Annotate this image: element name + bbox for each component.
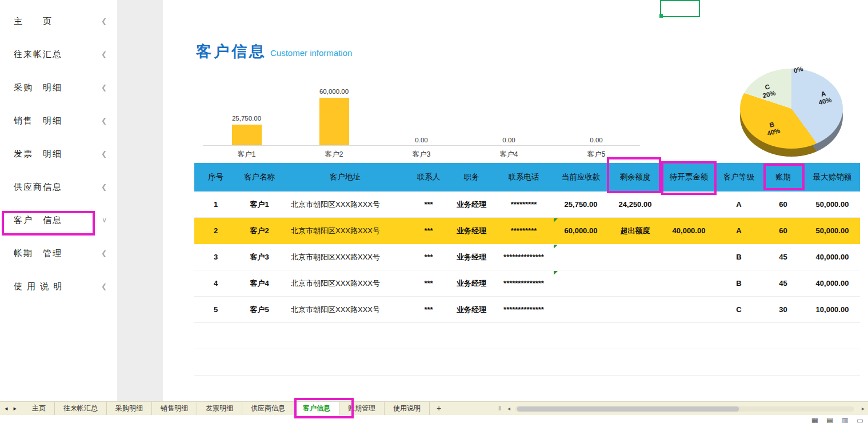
table-cell[interactable]: 50,000.00 [805,218,860,244]
table-cell[interactable]: 45 [762,270,805,296]
table-cell[interactable]: 40,000.00 [805,244,860,270]
table-cell[interactable]: 客户1 [237,191,282,217]
table-cell[interactable]: C [716,297,762,322]
sheet-tab-1[interactable]: 主页 [23,402,55,415]
sidebar-item-5[interactable]: 发票 明细❮ [0,137,117,170]
table-cell[interactable]: 业务经理 [449,218,494,244]
table-cell[interactable]: 3 [194,244,237,270]
sidebar-item-3[interactable]: 采购 明细❮ [0,71,117,104]
sidebar-item-7[interactable]: 客户 信息∨ [0,203,117,237]
column-header[interactable]: 最大赊销额 [805,163,860,191]
table-cell[interactable]: *** [409,270,449,296]
table-cell[interactable]: *** [409,191,449,217]
table-cell[interactable]: 60 [762,191,805,217]
table-cell[interactable]: B [716,270,762,296]
table-cell[interactable] [553,297,609,322]
table-cell[interactable] [609,270,662,296]
table-cell[interactable] [553,244,609,270]
sheet-tab-4[interactable]: 销售明细 [152,402,197,415]
table-cell[interactable]: 北京市朝阳区XXX路XXX号 [282,270,409,296]
table-cell[interactable]: 客户5 [237,297,282,322]
scroll-right-icon[interactable]: ▸ [862,405,865,412]
table-cell[interactable]: B [716,244,762,270]
sidebar-item-1[interactable]: 主 页❮ [0,5,117,38]
add-sheet-button[interactable]: + [430,402,448,415]
column-header[interactable]: 当前应收款 [553,163,609,191]
sheet-tab-9[interactable]: 使用说明 [385,402,430,415]
table-cell[interactable]: 5 [194,297,237,322]
horizontal-scrollbar-thumb[interactable] [517,406,739,412]
table-cell[interactable]: 40,000.00 [662,218,716,244]
table-cell[interactable] [662,297,716,322]
table-cell[interactable]: 4 [194,270,237,296]
table-cell[interactable] [609,244,662,270]
sheet-tab-8[interactable]: 账期管理 [339,402,385,415]
table-cell[interactable]: 60,000.00 [553,218,609,244]
table-cell[interactable]: 客户3 [237,244,282,270]
table-cell[interactable]: ************** [494,270,553,296]
table-cell[interactable]: 45 [762,244,805,270]
table-cell[interactable]: 25,750.00 [553,191,609,217]
column-header[interactable]: 客户等级 [716,163,762,191]
sheet-tab-3[interactable]: 采购明细 [107,402,152,415]
horizontal-scrollbar[interactable] [515,406,854,412]
column-header[interactable]: 客户名称 [237,163,282,191]
sidebar-item-2[interactable]: 往来帐汇总❮ [0,38,117,71]
table-cell[interactable]: 北京市朝阳区XXX路XXX号 [282,218,409,244]
table-cell[interactable]: 客户2 [237,218,282,244]
table-cell[interactable]: 北京市朝阳区XXX路XXX号 [282,244,409,270]
table-cell[interactable] [662,191,716,217]
column-header[interactable]: 账期 [762,163,805,191]
column-header[interactable]: 联系人 [409,163,449,191]
sheet-tab-6[interactable]: 供应商信息 [242,402,294,415]
table-cell[interactable]: A [716,218,762,244]
sidebar-item-9[interactable]: 使 用 说 明❮ [0,270,117,303]
table-cell[interactable]: 1 [194,191,237,217]
view-mode-icon-4[interactable]: ▭ [857,416,863,423]
column-header[interactable]: 待开票金额 [662,163,716,191]
table-cell[interactable]: A [716,191,762,217]
table-cell[interactable]: 50,000.00 [805,191,860,217]
customer-grade-pie-chart[interactable]: 0%A 40%B 40%C 20% [734,62,851,160]
column-header[interactable]: 职务 [449,163,494,191]
column-header[interactable]: 联系电话 [494,163,553,191]
table-cell[interactable]: 北京市朝阳区XXX路XXX号 [282,191,409,217]
column-header[interactable]: 剩余额度 [609,163,662,191]
table-cell[interactable]: 40,000.00 [805,270,860,296]
table-cell[interactable]: 30 [762,297,805,322]
view-mode-icon-3[interactable]: ▥ [841,416,848,423]
customer-bar-chart[interactable]: 25,750.0060,000.000.000.000.00 客户1客户2客户3… [203,73,640,160]
table-cell[interactable]: 24,250.00 [609,191,662,217]
sheet-tab-2[interactable]: 往来帐汇总 [55,402,107,415]
view-mode-icon-2[interactable]: ▤ [826,416,833,423]
table-cell[interactable]: ************** [494,244,553,270]
column-header[interactable]: 客户地址 [282,163,409,191]
sidebar-item-4[interactable]: 销售 明细❮ [0,104,117,137]
table-cell[interactable] [662,270,716,296]
table-cell[interactable] [553,270,609,296]
table-cell[interactable]: *** [409,297,449,322]
next-sheet-icon[interactable]: ▸ [14,405,17,412]
column-header[interactable]: 序号 [194,163,237,191]
table-cell[interactable]: 北京市朝阳区XXX路XXX号 [282,297,409,322]
table-cell[interactable]: ********* [494,191,553,217]
sidebar-item-6[interactable]: 供应商信息❮ [0,170,117,203]
table-cell[interactable]: 业务经理 [449,244,494,270]
tab-splitter-handle[interactable]: ‖ [498,405,501,412]
table-cell[interactable]: ********* [494,218,553,244]
table-cell[interactable]: ************** [494,297,553,322]
table-cell[interactable] [662,244,716,270]
table-cell[interactable]: 业务经理 [449,270,494,296]
table-cell[interactable]: 60 [762,218,805,244]
sidebar-item-8[interactable]: 帐期 管理❮ [0,237,117,270]
table-cell[interactable] [609,297,662,322]
table-cell[interactable]: 业务经理 [449,191,494,217]
table-cell[interactable]: *** [409,244,449,270]
scroll-left-icon[interactable]: ◂ [507,405,510,412]
view-mode-icon-1[interactable]: ▦ [811,416,818,423]
table-cell[interactable]: 10,000.00 [805,297,860,322]
sheet-tab-5[interactable]: 发票明细 [197,402,242,415]
prev-sheet-icon[interactable]: ◂ [5,405,8,412]
table-cell[interactable]: 客户4 [237,270,282,296]
table-cell[interactable]: 2 [194,218,237,244]
